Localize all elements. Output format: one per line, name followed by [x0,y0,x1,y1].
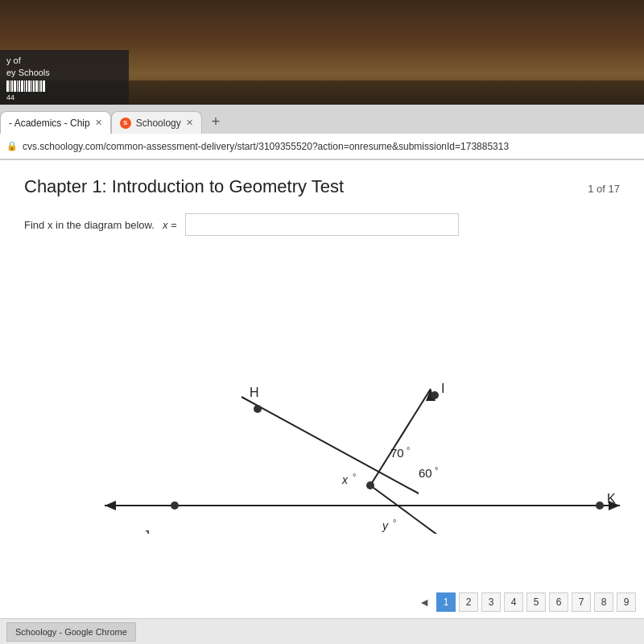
svg-text:°: ° [393,518,396,527]
page-btn-4[interactable]: 4 [504,592,523,612]
svg-text:J: J [143,529,150,534]
tab-schoology[interactable]: S Schoology ✕ [111,111,202,134]
svg-text:H: H [250,386,259,399]
tab-schoology-label: Schoology [136,118,181,129]
page-btn-8[interactable]: 8 [594,592,613,612]
tab-academics-close[interactable]: ✕ [95,118,102,128]
svg-line-3 [242,397,419,493]
svg-text:y: y [382,519,389,532]
tab-schoology-close[interactable]: ✕ [186,118,193,128]
svg-text:K: K [607,492,616,506]
svg-point-9 [254,405,262,413]
question-text: Find x in the diagram below. [24,219,155,231]
barcode [6,80,122,92]
prev-page-button[interactable]: ◄ [415,596,433,609]
svg-text:°: ° [407,445,410,455]
svg-point-10 [431,391,439,399]
page-btn-6[interactable]: 6 [549,592,568,612]
svg-text:70: 70 [390,446,404,460]
geometry-diagram: H I J K L 70 ° 60 ° x ° y ° [24,260,636,534]
footer-app[interactable]: Schoology - Google Chrome [6,622,136,642]
tab-bar: - Academics - Chip ✕ S Schoology ✕ + [0,105,644,134]
footer-taskbar: Schoology - Google Chrome [0,618,644,644]
schoology-icon: S [120,118,131,129]
photo-header: y of ey Schools 44 [0,0,644,105]
svg-text:x: x [341,473,349,486]
tab-academics-label: - Academics - Chip [9,118,90,129]
school-name-line1: y of [6,55,122,66]
page-btn-1[interactable]: 1 [436,592,456,612]
page-btn-3[interactable]: 3 [481,592,501,612]
page-content: Chapter 1: Introduction to Geometry Test… [0,160,644,550]
page-btn-9[interactable]: 9 [617,592,636,612]
svg-text:I: I [441,382,444,395]
pagination: ◄ 1 2 3 4 5 6 7 8 9 [415,592,636,612]
page-title: Chapter 1: Introduction to Geometry Test [24,176,344,197]
browser-chrome: - Academics - Chip ✕ S Schoology ✕ + 🔒 c… [0,105,644,160]
diagram-container: H I J K L 70 ° 60 ° x ° y ° [24,260,636,534]
x-label: x = [163,219,177,231]
school-overlay: y of ey Schools 44 [0,50,129,105]
page-btn-7[interactable]: 7 [572,592,591,612]
tab-academics[interactable]: - Academics - Chip ✕ [0,111,111,134]
svg-point-12 [596,502,604,510]
svg-text:°: ° [353,472,356,481]
lock-icon: 🔒 [6,141,18,151]
new-tab-button[interactable]: + [204,110,229,134]
page-counter: 1 of 17 [588,183,620,195]
answer-input[interactable] [185,213,459,236]
school-name-line2: ey Schools [6,67,122,78]
svg-marker-1 [105,501,116,510]
svg-text:°: ° [435,465,438,475]
svg-point-11 [171,502,179,510]
address-bar: 🔒 cvs.schoology.com/common-assessment-de… [0,134,644,159]
page-btn-2[interactable]: 2 [459,592,478,612]
footer-app-label: Schoology - Google Chrome [15,627,127,637]
page-btn-5[interactable]: 5 [526,592,546,612]
address-text[interactable]: cvs.schoology.com/common-assessment-deli… [23,141,638,152]
question-row: Find x in the diagram below. x = [24,213,620,236]
barcode-number: 44 [6,93,122,101]
svg-point-8 [366,481,374,489]
page-header: Chapter 1: Introduction to Geometry Test… [24,176,620,197]
svg-text:60: 60 [419,466,432,480]
